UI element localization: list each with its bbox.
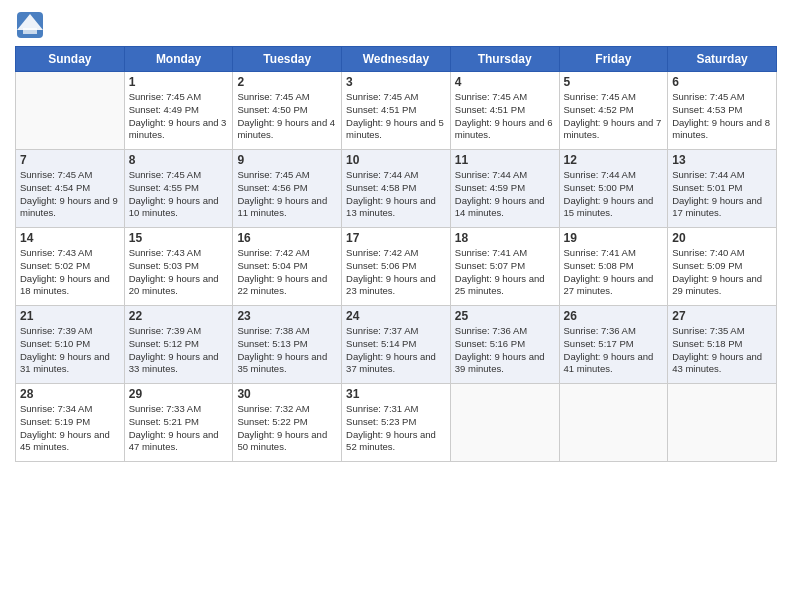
header-friday: Friday <box>559 47 668 72</box>
header-wednesday: Wednesday <box>342 47 451 72</box>
day-details: Sunrise: 7:39 AMSunset: 5:10 PMDaylight:… <box>20 325 120 376</box>
calendar-page: SundayMondayTuesdayWednesdayThursdayFrid… <box>0 0 792 612</box>
day-number: 26 <box>564 309 664 323</box>
day-details: Sunrise: 7:34 AMSunset: 5:19 PMDaylight:… <box>20 403 120 454</box>
calendar-cell: 18Sunrise: 7:41 AMSunset: 5:07 PMDayligh… <box>450 228 559 306</box>
calendar-cell: 4Sunrise: 7:45 AMSunset: 4:51 PMDaylight… <box>450 72 559 150</box>
calendar-cell <box>16 72 125 150</box>
day-number: 31 <box>346 387 446 401</box>
day-details: Sunrise: 7:45 AMSunset: 4:55 PMDaylight:… <box>129 169 229 220</box>
calendar-cell <box>559 384 668 462</box>
day-number: 27 <box>672 309 772 323</box>
header-row: SundayMondayTuesdayWednesdayThursdayFrid… <box>16 47 777 72</box>
day-details: Sunrise: 7:45 AMSunset: 4:56 PMDaylight:… <box>237 169 337 220</box>
day-number: 12 <box>564 153 664 167</box>
day-number: 17 <box>346 231 446 245</box>
day-number: 10 <box>346 153 446 167</box>
day-number: 18 <box>455 231 555 245</box>
day-number: 14 <box>20 231 120 245</box>
day-details: Sunrise: 7:36 AMSunset: 5:16 PMDaylight:… <box>455 325 555 376</box>
day-details: Sunrise: 7:45 AMSunset: 4:49 PMDaylight:… <box>129 91 229 142</box>
week-row-4: 21Sunrise: 7:39 AMSunset: 5:10 PMDayligh… <box>16 306 777 384</box>
calendar-cell: 3Sunrise: 7:45 AMSunset: 4:51 PMDaylight… <box>342 72 451 150</box>
day-details: Sunrise: 7:37 AMSunset: 5:14 PMDaylight:… <box>346 325 446 376</box>
calendar-cell: 6Sunrise: 7:45 AMSunset: 4:53 PMDaylight… <box>668 72 777 150</box>
calendar-cell: 15Sunrise: 7:43 AMSunset: 5:03 PMDayligh… <box>124 228 233 306</box>
day-details: Sunrise: 7:43 AMSunset: 5:03 PMDaylight:… <box>129 247 229 298</box>
day-number: 11 <box>455 153 555 167</box>
day-details: Sunrise: 7:39 AMSunset: 5:12 PMDaylight:… <box>129 325 229 376</box>
calendar-cell: 20Sunrise: 7:40 AMSunset: 5:09 PMDayligh… <box>668 228 777 306</box>
calendar-cell: 5Sunrise: 7:45 AMSunset: 4:52 PMDaylight… <box>559 72 668 150</box>
day-details: Sunrise: 7:45 AMSunset: 4:51 PMDaylight:… <box>346 91 446 142</box>
day-details: Sunrise: 7:42 AMSunset: 5:04 PMDaylight:… <box>237 247 337 298</box>
calendar-cell: 1Sunrise: 7:45 AMSunset: 4:49 PMDaylight… <box>124 72 233 150</box>
day-number: 30 <box>237 387 337 401</box>
day-details: Sunrise: 7:45 AMSunset: 4:54 PMDaylight:… <box>20 169 120 220</box>
day-details: Sunrise: 7:44 AMSunset: 4:59 PMDaylight:… <box>455 169 555 220</box>
day-details: Sunrise: 7:43 AMSunset: 5:02 PMDaylight:… <box>20 247 120 298</box>
day-details: Sunrise: 7:31 AMSunset: 5:23 PMDaylight:… <box>346 403 446 454</box>
calendar-cell: 12Sunrise: 7:44 AMSunset: 5:00 PMDayligh… <box>559 150 668 228</box>
calendar-cell: 19Sunrise: 7:41 AMSunset: 5:08 PMDayligh… <box>559 228 668 306</box>
header-monday: Monday <box>124 47 233 72</box>
calendar-cell: 22Sunrise: 7:39 AMSunset: 5:12 PMDayligh… <box>124 306 233 384</box>
week-row-3: 14Sunrise: 7:43 AMSunset: 5:02 PMDayligh… <box>16 228 777 306</box>
day-number: 7 <box>20 153 120 167</box>
day-details: Sunrise: 7:45 AMSunset: 4:53 PMDaylight:… <box>672 91 772 142</box>
calendar-cell: 28Sunrise: 7:34 AMSunset: 5:19 PMDayligh… <box>16 384 125 462</box>
day-details: Sunrise: 7:45 AMSunset: 4:50 PMDaylight:… <box>237 91 337 142</box>
header-tuesday: Tuesday <box>233 47 342 72</box>
day-details: Sunrise: 7:40 AMSunset: 5:09 PMDaylight:… <box>672 247 772 298</box>
calendar-cell: 16Sunrise: 7:42 AMSunset: 5:04 PMDayligh… <box>233 228 342 306</box>
calendar-cell <box>668 384 777 462</box>
day-number: 6 <box>672 75 772 89</box>
calendar-cell: 13Sunrise: 7:44 AMSunset: 5:01 PMDayligh… <box>668 150 777 228</box>
day-number: 13 <box>672 153 772 167</box>
calendar-cell: 8Sunrise: 7:45 AMSunset: 4:55 PMDaylight… <box>124 150 233 228</box>
calendar-cell: 21Sunrise: 7:39 AMSunset: 5:10 PMDayligh… <box>16 306 125 384</box>
calendar-cell: 7Sunrise: 7:45 AMSunset: 4:54 PMDaylight… <box>16 150 125 228</box>
week-row-1: 1Sunrise: 7:45 AMSunset: 4:49 PMDaylight… <box>16 72 777 150</box>
day-details: Sunrise: 7:42 AMSunset: 5:06 PMDaylight:… <box>346 247 446 298</box>
header-sunday: Sunday <box>16 47 125 72</box>
day-details: Sunrise: 7:36 AMSunset: 5:17 PMDaylight:… <box>564 325 664 376</box>
day-number: 25 <box>455 309 555 323</box>
calendar-cell: 24Sunrise: 7:37 AMSunset: 5:14 PMDayligh… <box>342 306 451 384</box>
calendar-cell: 25Sunrise: 7:36 AMSunset: 5:16 PMDayligh… <box>450 306 559 384</box>
day-details: Sunrise: 7:45 AMSunset: 4:51 PMDaylight:… <box>455 91 555 142</box>
day-details: Sunrise: 7:38 AMSunset: 5:13 PMDaylight:… <box>237 325 337 376</box>
logo <box>15 10 49 40</box>
calendar-cell: 10Sunrise: 7:44 AMSunset: 4:58 PMDayligh… <box>342 150 451 228</box>
day-number: 24 <box>346 309 446 323</box>
day-number: 4 <box>455 75 555 89</box>
day-number: 16 <box>237 231 337 245</box>
day-number: 19 <box>564 231 664 245</box>
day-number: 23 <box>237 309 337 323</box>
day-number: 1 <box>129 75 229 89</box>
calendar-cell: 2Sunrise: 7:45 AMSunset: 4:50 PMDaylight… <box>233 72 342 150</box>
day-details: Sunrise: 7:44 AMSunset: 4:58 PMDaylight:… <box>346 169 446 220</box>
day-number: 15 <box>129 231 229 245</box>
day-details: Sunrise: 7:33 AMSunset: 5:21 PMDaylight:… <box>129 403 229 454</box>
day-number: 20 <box>672 231 772 245</box>
calendar-cell: 23Sunrise: 7:38 AMSunset: 5:13 PMDayligh… <box>233 306 342 384</box>
day-number: 8 <box>129 153 229 167</box>
calendar-cell <box>450 384 559 462</box>
calendar-cell: 30Sunrise: 7:32 AMSunset: 5:22 PMDayligh… <box>233 384 342 462</box>
page-header <box>15 10 777 40</box>
day-number: 5 <box>564 75 664 89</box>
calendar-cell: 26Sunrise: 7:36 AMSunset: 5:17 PMDayligh… <box>559 306 668 384</box>
svg-rect-2 <box>23 28 37 34</box>
day-details: Sunrise: 7:45 AMSunset: 4:52 PMDaylight:… <box>564 91 664 142</box>
calendar-cell: 17Sunrise: 7:42 AMSunset: 5:06 PMDayligh… <box>342 228 451 306</box>
header-saturday: Saturday <box>668 47 777 72</box>
day-number: 3 <box>346 75 446 89</box>
day-details: Sunrise: 7:35 AMSunset: 5:18 PMDaylight:… <box>672 325 772 376</box>
calendar-cell: 27Sunrise: 7:35 AMSunset: 5:18 PMDayligh… <box>668 306 777 384</box>
week-row-2: 7Sunrise: 7:45 AMSunset: 4:54 PMDaylight… <box>16 150 777 228</box>
day-details: Sunrise: 7:41 AMSunset: 5:08 PMDaylight:… <box>564 247 664 298</box>
day-number: 28 <box>20 387 120 401</box>
calendar-cell: 14Sunrise: 7:43 AMSunset: 5:02 PMDayligh… <box>16 228 125 306</box>
calendar-cell: 9Sunrise: 7:45 AMSunset: 4:56 PMDaylight… <box>233 150 342 228</box>
